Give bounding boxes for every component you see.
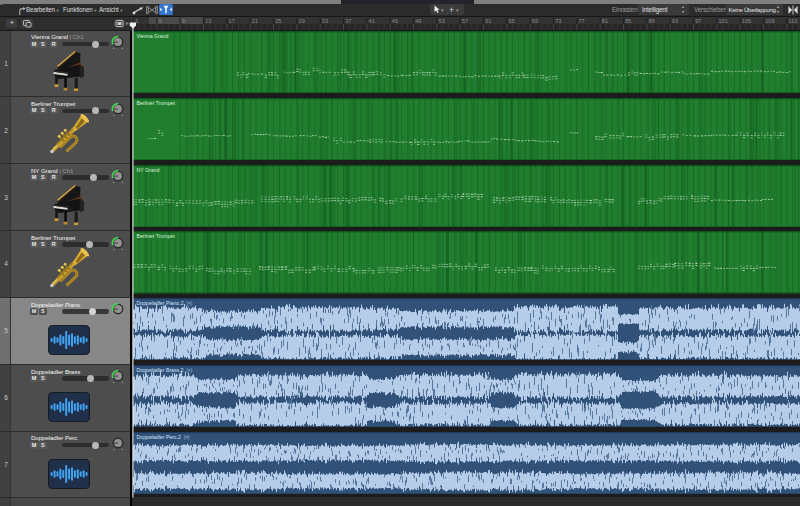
svg-text:61: 61: [485, 18, 491, 24]
svg-text:Berliner Trumpet: Berliner Trumpet: [137, 234, 176, 240]
svg-text:17: 17: [229, 18, 235, 24]
svg-text:45: 45: [392, 18, 398, 24]
svg-text:97: 97: [695, 18, 701, 24]
svg-text:33: 33: [322, 18, 328, 24]
svg-text:Berliner Trumpet: Berliner Trumpet: [137, 100, 176, 106]
svg-text:NY Grand: NY Grand: [137, 167, 160, 173]
svg-text:81: 81: [602, 18, 608, 24]
svg-text:93: 93: [672, 18, 678, 24]
svg-text:41: 41: [369, 18, 375, 24]
svg-text:29: 29: [299, 18, 305, 24]
svg-text:69: 69: [532, 18, 538, 24]
svg-text:73: 73: [555, 18, 561, 24]
svg-text:25: 25: [275, 18, 281, 24]
svg-text:37: 37: [345, 18, 351, 24]
svg-text:13: 13: [205, 18, 211, 24]
svg-text:Vienna Grand: Vienna Grand: [137, 33, 169, 39]
svg-text:21: 21: [252, 18, 258, 24]
svg-text:77: 77: [579, 18, 585, 24]
svg-text:101: 101: [719, 18, 728, 24]
svg-text:85: 85: [625, 18, 631, 24]
svg-text:5: 5: [159, 18, 162, 24]
svg-text:109: 109: [765, 18, 774, 24]
svg-text:65: 65: [509, 18, 515, 24]
svg-text:89: 89: [649, 18, 655, 24]
svg-text:49: 49: [415, 18, 421, 24]
svg-text:113: 113: [789, 18, 798, 24]
svg-text:9: 9: [182, 18, 185, 24]
svg-text:57: 57: [462, 18, 468, 24]
svg-text:53: 53: [439, 18, 445, 24]
svg-text:105: 105: [742, 18, 751, 24]
